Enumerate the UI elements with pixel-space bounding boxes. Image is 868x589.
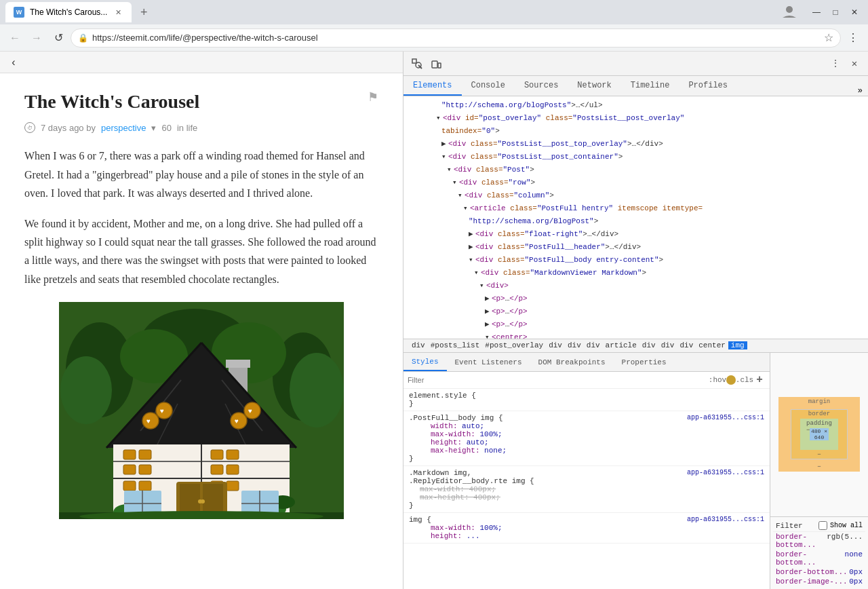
tab-dom-breakpoints[interactable]: DOM Breakpoints bbox=[530, 354, 614, 371]
collapse-toggle[interactable]: ▶ bbox=[441, 138, 448, 150]
new-tab-button[interactable]: + bbox=[134, 3, 153, 22]
collapse-toggle[interactable]: ▶ bbox=[469, 229, 475, 240]
styles-panel: Styles Event Listeners DOM Breakpoints P… bbox=[403, 353, 770, 590]
cls-button[interactable]: .cls bbox=[738, 374, 751, 386]
tab-timeline[interactable]: Timeline bbox=[621, 77, 679, 96]
tag-text: >…</div> bbox=[627, 140, 663, 148]
reload-button[interactable]: ↺ bbox=[49, 28, 68, 48]
active-tab[interactable]: W The Witch's Carous... ✕ bbox=[5, 2, 132, 22]
html-line[interactable]: ▾<div class="column"> bbox=[403, 189, 868, 202]
tab-event-listeners[interactable]: Event Listeners bbox=[447, 354, 530, 371]
collapse-toggle[interactable]: ▾ bbox=[474, 267, 481, 279]
minimize-button[interactable]: — bbox=[808, 4, 825, 20]
tab-elements[interactable]: Elements bbox=[403, 77, 462, 96]
html-line[interactable]: ▾<div class="PostsList__post_container"> bbox=[403, 151, 868, 164]
author-link[interactable]: perspective bbox=[101, 123, 146, 133]
html-line[interactable]: ▾<div> bbox=[403, 280, 868, 292]
styles-filter-input[interactable] bbox=[408, 376, 709, 384]
html-line[interactable]: ▶<div class="PostFull__header">…</div> bbox=[403, 241, 868, 254]
collapse-toggle[interactable]: ▾ bbox=[436, 113, 443, 124]
html-line[interactable]: ▾<article class="PostFull hentry" itemsc… bbox=[403, 202, 868, 215]
tab-styles[interactable]: Styles bbox=[403, 354, 447, 371]
tab-properties[interactable]: Properties bbox=[614, 354, 675, 371]
breadcrumb-item[interactable]: div bbox=[677, 341, 696, 349]
html-line[interactable]: tabindex="0"> bbox=[403, 125, 868, 138]
html-line[interactable]: ▶<div class="PostsList__post_top_overlay… bbox=[403, 138, 868, 151]
css-source-link[interactable]: app-a631955...css:1 bbox=[687, 516, 764, 524]
breadcrumb-item[interactable]: article bbox=[603, 341, 639, 349]
css-property: max-width: 100%; bbox=[409, 430, 764, 438]
dock-side-button[interactable]: ⋮ bbox=[827, 56, 844, 72]
collapse-toggle[interactable]: ▶ bbox=[485, 293, 492, 305]
breadcrumb-item[interactable]: #post_overlay bbox=[482, 341, 546, 349]
html-line[interactable]: ▾<div class="row"> bbox=[403, 176, 868, 189]
inspect-element-button[interactable] bbox=[409, 56, 425, 72]
user-profile-icon[interactable] bbox=[778, 1, 800, 23]
article-back-button[interactable]: ‹ bbox=[5, 54, 22, 71]
collapse-toggle[interactable]: ▾ bbox=[447, 164, 454, 176]
breadcrumb-item[interactable]: #posts_list bbox=[428, 341, 483, 349]
dropdown-icon[interactable]: ▾ bbox=[151, 123, 156, 133]
collapse-toggle[interactable]: ▶ bbox=[485, 319, 492, 330]
close-button[interactable]: ✕ bbox=[846, 4, 863, 20]
category-label[interactable]: in life bbox=[177, 123, 197, 133]
html-line[interactable]: ▾<center> bbox=[403, 331, 868, 339]
prop-name: border-bottom... bbox=[776, 568, 848, 576]
breadcrumb-item[interactable]: div bbox=[546, 341, 565, 349]
collapse-toggle[interactable]: ▾ bbox=[479, 280, 486, 292]
prop-name: max-width bbox=[420, 524, 471, 532]
attr-value: "Post" bbox=[503, 166, 530, 174]
breadcrumb-item[interactable]: div bbox=[409, 341, 428, 349]
back-button[interactable]: ← bbox=[5, 28, 24, 48]
tab-profiles[interactable]: Profiles bbox=[679, 77, 737, 96]
collapse-toggle[interactable]: ▾ bbox=[469, 254, 475, 266]
css-property: max-width: 100%; bbox=[409, 524, 764, 532]
css-rule-close: } bbox=[409, 455, 764, 463]
bookmark-star-icon[interactable]: ☆ bbox=[824, 31, 833, 44]
html-line[interactable]: "http://schema.org/BlogPost"> bbox=[403, 215, 868, 228]
show-all-checkbox[interactable] bbox=[818, 521, 827, 530]
tab-sources[interactable]: Sources bbox=[515, 77, 568, 96]
styles-tabs: Styles Event Listeners DOM Breakpoints P… bbox=[403, 353, 770, 372]
breadcrumb-item[interactable]: div bbox=[584, 341, 603, 349]
maximize-button[interactable]: □ bbox=[827, 4, 844, 20]
html-line[interactable]: ▾<div class="PostFull__body entry-conten… bbox=[403, 254, 868, 267]
tab-close-button[interactable]: ✕ bbox=[113, 7, 123, 18]
webpage-toolbar: ‹ bbox=[0, 52, 403, 73]
html-line[interactable]: "http://schema.org/blogPosts">…</ul> bbox=[403, 99, 868, 112]
breadcrumb-item[interactable]: div bbox=[565, 341, 584, 349]
html-line[interactable]: ▶<div class="float-right">…</div> bbox=[403, 228, 868, 241]
breadcrumb-item[interactable]: center bbox=[696, 341, 728, 349]
html-line[interactable]: ▾<div class="MarkdownViewer Markdown"> bbox=[403, 267, 868, 280]
collapse-toggle[interactable]: ▾ bbox=[458, 190, 465, 202]
css-source-link[interactable]: app-a631955...css:1 bbox=[687, 469, 764, 477]
device-toolbar-button[interactable] bbox=[428, 56, 444, 72]
collapse-toggle[interactable]: ▾ bbox=[452, 177, 459, 189]
extensions-button[interactable]: ⋮ bbox=[844, 28, 863, 48]
tab-network[interactable]: Network bbox=[568, 77, 620, 96]
collapse-toggle[interactable]: ▶ bbox=[469, 242, 475, 253]
breadcrumb-item-active[interactable]: img bbox=[728, 341, 747, 349]
close-devtools-button[interactable]: ✕ bbox=[846, 56, 863, 72]
add-style-rule-button[interactable]: + bbox=[753, 374, 766, 386]
html-line[interactable]: ▶<p>…</p> bbox=[403, 292, 868, 305]
devtools-more-tabs[interactable]: » bbox=[852, 86, 868, 96]
tab-console[interactable]: Console bbox=[462, 77, 515, 96]
collapse-toggle[interactable]: ▾ bbox=[485, 332, 492, 339]
svg-text:♥: ♥ bbox=[248, 407, 252, 415]
html-line[interactable]: ▶<p>…</p> bbox=[403, 318, 868, 331]
collapse-toggle[interactable]: ▶ bbox=[485, 306, 492, 318]
html-line[interactable]: ▾<div id="post_overlay" class="PostsList… bbox=[403, 112, 868, 125]
html-line[interactable]: ▾<div class="Post"> bbox=[403, 164, 868, 176]
attr-value: "PostsList__post_container" bbox=[498, 153, 618, 161]
article-bookmark-icon[interactable]: ⚑ bbox=[368, 90, 378, 104]
collapse-toggle[interactable]: ▾ bbox=[441, 151, 448, 163]
collapse-toggle[interactable]: ▾ bbox=[463, 203, 470, 214]
html-line[interactable]: ▶<p>…</p> bbox=[403, 305, 868, 318]
forward-button[interactable]: → bbox=[27, 28, 46, 48]
breadcrumb-item[interactable]: div bbox=[658, 341, 677, 349]
breadcrumb-item[interactable]: div bbox=[639, 341, 658, 349]
hover-pseudo-button[interactable]: :hov bbox=[711, 374, 724, 386]
address-bar[interactable]: 🔒 https://steemit.com/life/@perspective/… bbox=[71, 28, 841, 48]
css-source-link[interactable]: app-a631955...css:1 bbox=[687, 414, 764, 422]
